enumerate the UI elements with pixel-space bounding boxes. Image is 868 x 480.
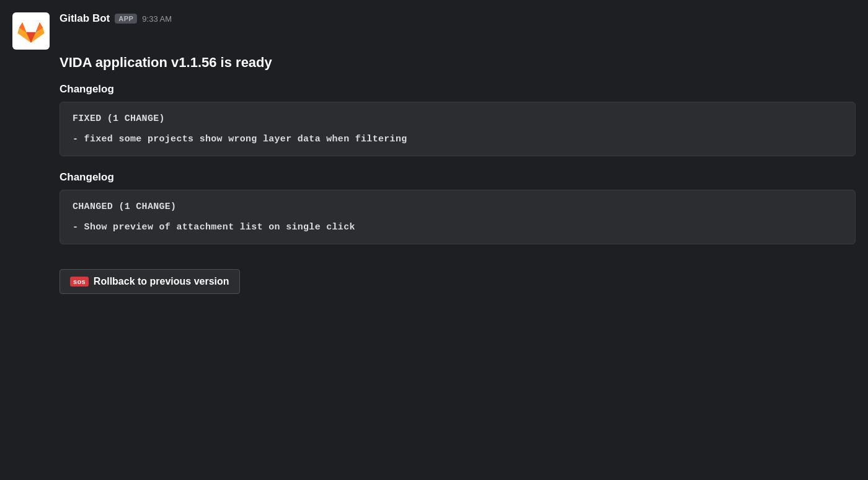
bot-name: Gitlab Bot	[60, 12, 110, 25]
gitlab-avatar	[12, 12, 50, 50]
rollback-button[interactable]: sos Rollback to previous version	[60, 269, 240, 294]
code-line-2-0: CHANGED (1 CHANGE)	[73, 202, 843, 212]
code-line-1-0: FIXED (1 CHANGE)	[73, 113, 843, 124]
code-block-1: FIXED (1 CHANGE) - fixed some projects s…	[60, 102, 856, 156]
code-line-2-1: - Show preview of attachment list on sin…	[73, 222, 843, 233]
message-header: Gitlab Bot APP 9:33 AM	[12, 12, 856, 50]
header-info: Gitlab Bot APP 9:33 AM	[60, 12, 172, 25]
app-badge: APP	[115, 14, 137, 24]
code-line-1-1: - fixed some projects show wrong layer d…	[73, 134, 843, 144]
section-label-2: Changelog	[60, 171, 856, 184]
message-body: VIDA application v1.1.56 is ready Change…	[60, 55, 856, 294]
section-label-1: Changelog	[60, 83, 856, 96]
code-block-2: CHANGED (1 CHANGE) - Show preview of att…	[60, 190, 856, 244]
gitlab-logo-icon	[15, 15, 47, 47]
sos-badge: sos	[70, 277, 89, 287]
message-container: Gitlab Bot APP 9:33 AM VIDA application …	[0, 0, 868, 306]
message-timestamp: 9:33 AM	[142, 14, 172, 24]
rollback-label: Rollback to previous version	[94, 276, 229, 287]
message-title: VIDA application v1.1.56 is ready	[60, 55, 856, 71]
